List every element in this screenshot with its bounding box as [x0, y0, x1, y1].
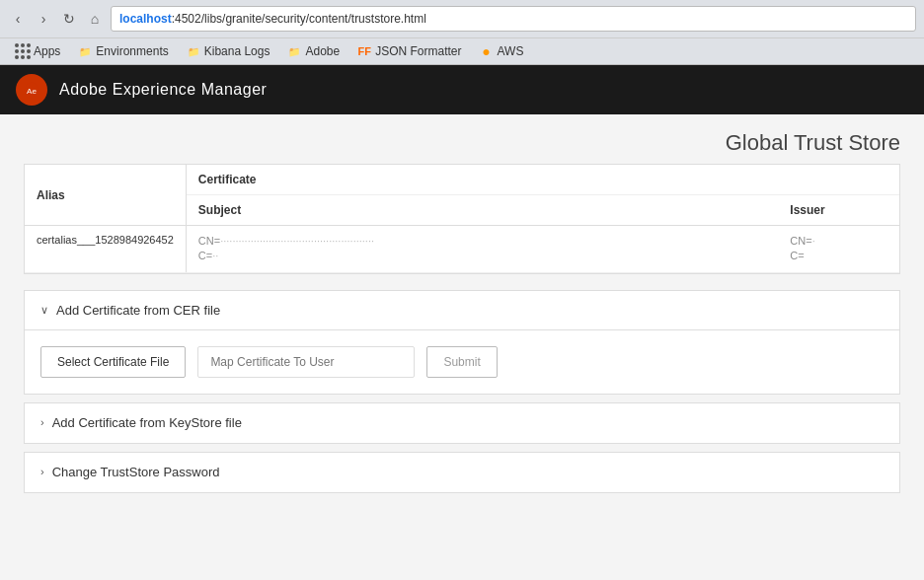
grid-icon	[16, 44, 30, 58]
aem-header: Ae Adobe Experience Manager	[0, 65, 924, 114]
forward-button[interactable]: ›	[34, 9, 53, 29]
bookmark-json-label: JSON Formatter	[375, 44, 461, 58]
content-area: Alias Certificate Subject Issuer certali…	[0, 164, 924, 493]
browser-nav: ‹ › ↻ ⌂ localhost:4502/libs/granite/secu…	[0, 0, 924, 37]
table-row: certalias___1528984926452 CN=···········…	[25, 226, 899, 273]
accordion-keystore-label: Add Certificate from KeyStore file	[52, 415, 242, 430]
accordion-cer-label: Add Certificate from CER file	[56, 303, 220, 318]
issuer-value: CN=·C=	[790, 235, 814, 261]
accordion-keystore-header[interactable]: › Add Certificate from KeyStore file	[25, 403, 899, 443]
bookmark-apps-label: Apps	[34, 44, 60, 58]
folder-icon: 📁	[78, 44, 92, 58]
aem-logo-icon: Ae	[23, 81, 40, 99]
cer-form-row: Select Certificate File Submit	[40, 346, 884, 378]
bookmark-apps[interactable]: Apps	[8, 42, 68, 60]
bookmark-kibana-label: Kibana Logs	[204, 44, 270, 58]
json-icon: FF	[357, 44, 371, 58]
col-subject-header: Subject	[186, 195, 778, 226]
accordion-add-cer-header[interactable]: ∨ Add Certificate from CER file	[25, 291, 899, 330]
bookmark-adobe[interactable]: 📁 Adobe	[279, 42, 347, 60]
subject-value: CN=·····································…	[198, 235, 374, 261]
col-issuer-header: Issuer	[778, 195, 899, 226]
reload-button[interactable]: ↻	[59, 9, 79, 29]
aem-logo: Ae	[16, 74, 47, 106]
col-certificate-header: Certificate	[186, 165, 899, 195]
col-alias-header: Alias	[25, 165, 186, 226]
accordion-add-keystore: › Add Certificate from KeyStore file	[24, 402, 900, 444]
page-title: Global Trust Store	[726, 130, 900, 156]
browser-chrome: ‹ › ↻ ⌂ localhost:4502/libs/granite/secu…	[0, 0, 924, 65]
bookmarks-bar: Apps 📁 Environments 📁 Kibana Logs 📁 Adob…	[0, 37, 924, 64]
address-text: localhost:4502/libs/granite/security/con…	[119, 12, 426, 26]
accordion-password-header[interactable]: › Change TrustStore Password	[25, 453, 899, 492]
accordion-keystore-arrow: ›	[40, 416, 44, 428]
map-certificate-input[interactable]	[197, 346, 415, 378]
certificate-table: Alias Certificate Subject Issuer certali…	[25, 165, 899, 273]
svg-text:Ae: Ae	[27, 87, 37, 96]
folder-icon-2: 📁	[187, 44, 200, 58]
page-header: Global Trust Store	[0, 114, 924, 164]
aem-title: Adobe Experience Manager	[59, 81, 267, 99]
certificate-table-wrapper: Alias Certificate Subject Issuer certali…	[24, 164, 900, 274]
accordion-cer-arrow: ∨	[40, 304, 48, 317]
accordion-password-label: Change TrustStore Password	[52, 465, 220, 479]
issuer-cell: CN=·C=	[778, 226, 899, 273]
bookmark-json[interactable]: FF JSON Formatter	[349, 42, 469, 60]
aws-icon: ●	[480, 44, 494, 58]
subject-cell: CN=·····································…	[186, 226, 778, 273]
accordion-change-password: › Change TrustStore Password	[24, 452, 900, 493]
bookmark-environments-label: Environments	[96, 44, 168, 58]
submit-button[interactable]: Submit	[426, 346, 497, 378]
accordion-add-cer: ∨ Add Certificate from CER file Select C…	[24, 290, 900, 395]
accordion-cer-content: Select Certificate File Submit	[25, 330, 899, 394]
select-certificate-file-button[interactable]: Select Certificate File	[40, 346, 186, 378]
alias-cell: certalias___1528984926452	[25, 226, 186, 273]
bookmark-kibana[interactable]: 📁 Kibana Logs	[179, 42, 278, 60]
home-button[interactable]: ⌂	[85, 9, 105, 29]
bookmark-adobe-label: Adobe	[305, 44, 340, 58]
folder-icon-3: 📁	[287, 44, 301, 58]
bookmark-aws[interactable]: ● AWS	[472, 42, 532, 60]
bookmark-aws-label: AWS	[498, 44, 524, 58]
bookmark-environments[interactable]: 📁 Environments	[70, 42, 176, 60]
accordion-password-arrow: ›	[40, 466, 44, 477]
address-bar[interactable]: localhost:4502/libs/granite/security/con…	[111, 6, 916, 32]
page-content: Global Trust Store Alias Certificate Sub…	[0, 114, 924, 580]
back-button[interactable]: ‹	[8, 9, 28, 29]
